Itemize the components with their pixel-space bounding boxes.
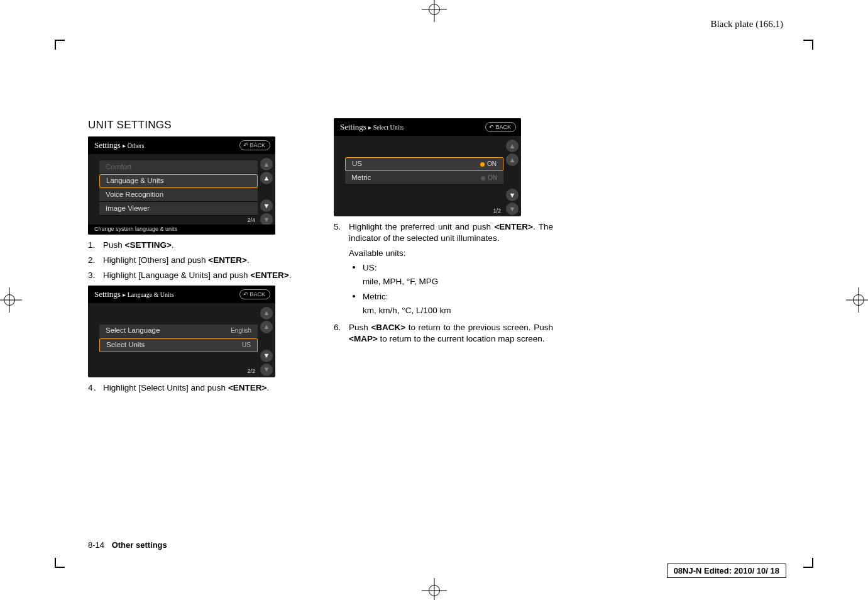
registration-mark-right bbox=[846, 287, 868, 313]
breadcrumb-main: Settings bbox=[94, 140, 121, 150]
scroll-down-icon: ▼ bbox=[260, 213, 273, 226]
back-button: ↶BACK bbox=[239, 289, 270, 299]
unit-list: US: mile, MPH, °F, MPG Metric: km, km/h,… bbox=[349, 262, 553, 317]
back-button: ↶BACK bbox=[239, 140, 270, 150]
scroll-down-icon: ▼ bbox=[260, 364, 273, 376]
list-item: USON bbox=[345, 157, 503, 171]
scroll-down-icon: ▼ bbox=[506, 203, 519, 215]
scroll-down-icon: ▼ bbox=[260, 199, 273, 212]
step-item: Highlight [Select Units] and push <ENTER… bbox=[88, 382, 307, 394]
unit-item: Metric: km, km/h, °C, L/100 km bbox=[349, 291, 553, 316]
registration-mark-left bbox=[0, 287, 22, 313]
crop-mark-br bbox=[803, 558, 813, 568]
page-count: 2/2 bbox=[247, 367, 255, 375]
scroll-up-icon: ▲ bbox=[506, 140, 519, 152]
column-right: Settings ▸ Select Units ↶BACK USON Metri… bbox=[334, 118, 553, 397]
back-arrow-icon: ↶ bbox=[243, 291, 248, 298]
unit-item: US: mile, MPH, °F, MPG bbox=[349, 262, 553, 287]
step-item: Push <BACK> to return to the previous sc… bbox=[334, 322, 553, 345]
scroll-down-icon: ▼ bbox=[506, 189, 519, 201]
registration-mark-bottom bbox=[422, 578, 447, 600]
back-arrow-icon: ↶ bbox=[243, 142, 248, 149]
section-title: UNIT SETTINGS bbox=[88, 118, 307, 133]
page-footer: 8-14 Other settings bbox=[88, 540, 167, 550]
page-count: 1/2 bbox=[493, 207, 501, 214]
step-item: Highlight the preferred unit and push <E… bbox=[334, 221, 553, 317]
scroll-up-icon: ▲ bbox=[260, 321, 273, 333]
step-item: Highlight [Language & Units] and push <E… bbox=[88, 270, 307, 281]
list-item: Select UnitsUS bbox=[99, 338, 258, 352]
breadcrumb-sub: ▸ Select Units bbox=[368, 124, 404, 131]
step-item: Highlight [Others] and push <ENTER>. bbox=[88, 255, 307, 266]
page-number: 8-14 bbox=[88, 540, 104, 550]
content-area: UNIT SETTINGS Settings ▸ Others ↶BACK Co… bbox=[88, 118, 553, 397]
back-button: ↶BACK bbox=[485, 122, 516, 132]
edition-stamp: 08NJ-N Edited: 2010/ 10/ 18 bbox=[667, 564, 786, 578]
list-item: MetricON bbox=[345, 171, 503, 185]
column-left: UNIT SETTINGS Settings ▸ Others ↶BACK Co… bbox=[88, 118, 307, 397]
breadcrumb-sub: ▸ Language & Units bbox=[123, 291, 173, 298]
list-item: Voice Recognition bbox=[99, 188, 258, 202]
steps-list: Highlight the preferred unit and push <E… bbox=[334, 221, 553, 345]
radio-on-icon bbox=[480, 162, 485, 167]
list-item: Language & Units bbox=[99, 174, 258, 188]
scroll-up-icon: ▲ bbox=[260, 172, 273, 184]
screenshot-select-units: Settings ▸ Select Units ↶BACK USON Metri… bbox=[334, 118, 521, 216]
section-name: Other settings bbox=[112, 540, 167, 550]
registration-mark-top bbox=[422, 0, 447, 22]
crop-mark-tr bbox=[803, 40, 813, 50]
screenshot-lang-units: Settings ▸ Language & Units ↶BACK Select… bbox=[88, 286, 275, 377]
steps-list: Highlight [Select Units] and push <ENTER… bbox=[88, 382, 307, 394]
step-item: Push <SETTING>. bbox=[88, 240, 307, 251]
breadcrumb-main: Settings bbox=[94, 289, 121, 299]
available-units-label: Available units: bbox=[349, 248, 553, 259]
breadcrumb-main: Settings bbox=[340, 122, 366, 131]
scroll-up-icon: ▲ bbox=[506, 153, 519, 166]
screenshot-header: Settings ▸ Language & Units ↶BACK bbox=[88, 286, 275, 303]
list-item: Image Viewer bbox=[99, 202, 258, 216]
crop-mark-bl bbox=[55, 558, 65, 568]
scroll-down-icon: ▼ bbox=[260, 350, 273, 362]
scroll-up-icon: ▲ bbox=[260, 158, 273, 170]
screenshot-others: Settings ▸ Others ↶BACK Comfort Language… bbox=[88, 136, 275, 235]
radio-off-icon bbox=[481, 176, 485, 181]
list-item: Select LanguageEnglish bbox=[99, 325, 258, 338]
crop-mark-tl bbox=[55, 40, 65, 50]
page-count: 2/4 bbox=[247, 216, 255, 224]
list-item: Comfort bbox=[99, 160, 258, 174]
steps-list: Push <SETTING>. Highlight [Others] and p… bbox=[88, 240, 307, 282]
screenshot-footer: Change system language & units bbox=[88, 225, 275, 235]
screenshot-header: Settings ▸ Others ↶BACK bbox=[88, 136, 275, 154]
breadcrumb-sub: ▸ Others bbox=[123, 142, 144, 149]
scroll-up-icon: ▲ bbox=[260, 307, 273, 319]
plate-label: Black plate (166,1) bbox=[711, 19, 783, 30]
back-arrow-icon: ↶ bbox=[489, 123, 494, 131]
screenshot-header: Settings ▸ Select Units ↶BACK bbox=[334, 118, 521, 136]
